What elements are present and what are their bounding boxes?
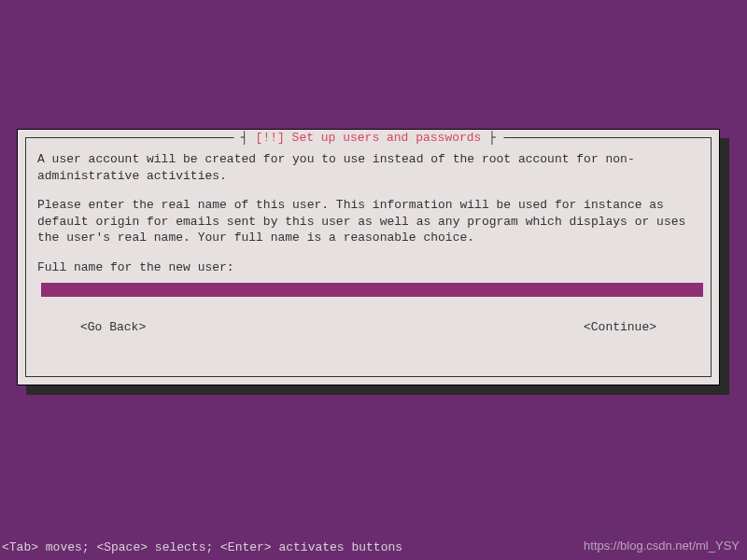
continue-button[interactable]: <Continue>	[584, 319, 656, 336]
go-back-button[interactable]: <Go Back>	[80, 319, 146, 336]
fullname-input[interactable]	[41, 283, 703, 297]
intro-paragraph-1: A user account will be created for you t…	[37, 151, 699, 184]
dialog-window: ┤ [!!] Set up users and passwords ├ A us…	[17, 129, 720, 385]
watermark: https://blog.csdn.net/ml_YSY	[584, 539, 740, 553]
fullname-label: Full name for the new user:	[37, 259, 699, 276]
dialog-title-text: [!!] Set up users and passwords	[256, 131, 482, 145]
title-bracket-right: ├	[481, 131, 496, 145]
dialog-content: A user account will be created for you t…	[26, 138, 711, 347]
intro-paragraph-2: Please enter the real name of this user.…	[37, 197, 699, 246]
footer-help-text: <Tab> moves; <Space> selects; <Enter> ac…	[2, 540, 402, 554]
button-row: <Go Back> <Continue>	[37, 319, 699, 336]
title-bracket-left: ┤	[241, 131, 256, 145]
dialog-border: ┤ [!!] Set up users and passwords ├ A us…	[25, 137, 712, 377]
dialog-title: ┤ [!!] Set up users and passwords ├	[233, 131, 503, 145]
